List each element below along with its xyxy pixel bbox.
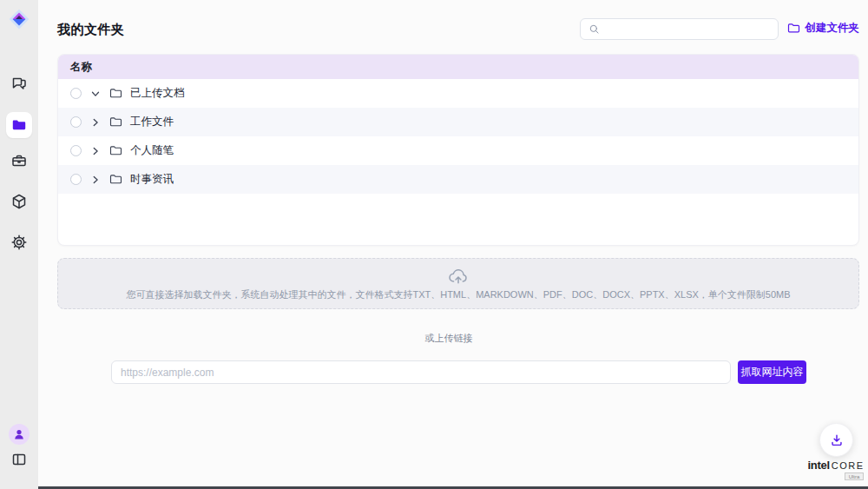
sidebar-item-cube[interactable] [0, 193, 38, 210]
create-folder-label: 创建文件夹 [806, 21, 860, 36]
folder-name: 个人随笔 [130, 143, 174, 158]
table-row[interactable]: 工作文件 [58, 108, 858, 136]
download-icon [829, 433, 845, 448]
table-row[interactable]: 已上传文档 [58, 79, 858, 108]
row-checkbox[interactable] [70, 145, 82, 156]
sidebar-item-chat[interactable] [0, 76, 38, 93]
folder-icon [109, 144, 122, 157]
chevron-icon[interactable] [89, 145, 102, 157]
chevron-icon[interactable] [89, 174, 102, 186]
folder-name: 工作文件 [130, 115, 174, 129]
page-title: 我的文件夹 [57, 22, 125, 38]
row-checkbox[interactable] [70, 116, 82, 128]
user-avatar[interactable] [9, 424, 30, 445]
folder-name: 已上传文档 [130, 86, 185, 101]
sidebar [0, 0, 38, 489]
search-icon [589, 23, 600, 35]
chevron-icon[interactable] [89, 88, 102, 100]
intel-core-logo: intelcore Ultra [806, 459, 865, 480]
app-window: 我的文件夹 创建文件夹 名称 已上传文档 [0, 0, 868, 489]
create-folder-button[interactable]: 创建文件夹 [787, 21, 860, 36]
folder-icon [109, 173, 122, 186]
url-input[interactable] [111, 360, 731, 384]
or-upload-link-label: 或上传链接 [38, 332, 859, 345]
table-row[interactable]: 时事资讯 [58, 165, 858, 194]
folder-icon [109, 87, 122, 100]
sidebar-item-folders[interactable] [6, 112, 32, 138]
search-box [580, 18, 779, 40]
row-checkbox[interactable] [70, 174, 82, 185]
folder-name: 时事资讯 [130, 172, 174, 187]
upload-hint: 您可直接选择加载文件夹，系统自动处理其中的文件，文件格式支持TXT、HTML、M… [126, 288, 790, 301]
cloud-upload-icon [447, 266, 470, 285]
folder-icon [11, 117, 27, 133]
folder-icon [109, 116, 122, 129]
sidebar-item-settings[interactable] [0, 234, 38, 251]
search-input[interactable] [600, 19, 778, 39]
folder-table: 名称 已上传文档 工作文件 个人随笔 时事资讯 [57, 54, 859, 246]
download-fab[interactable] [819, 423, 853, 457]
app-logo-icon [7, 7, 31, 31]
table-header-name: 名称 [58, 55, 858, 79]
upload-dropzone[interactable]: 您可直接选择加载文件夹，系统自动处理其中的文件，文件格式支持TXT、HTML、M… [57, 258, 859, 309]
table-row[interactable]: 个人随笔 [58, 136, 858, 165]
sidebar-item-briefcase[interactable] [0, 152, 38, 169]
fetch-url-button[interactable]: 抓取网址内容 [738, 360, 806, 384]
row-checkbox[interactable] [70, 88, 82, 99]
folder-plus-icon [787, 22, 800, 35]
chevron-icon[interactable] [89, 116, 102, 129]
panel-toggle-icon[interactable] [0, 451, 38, 468]
intel-ultra-badge: Ultra [845, 472, 864, 480]
